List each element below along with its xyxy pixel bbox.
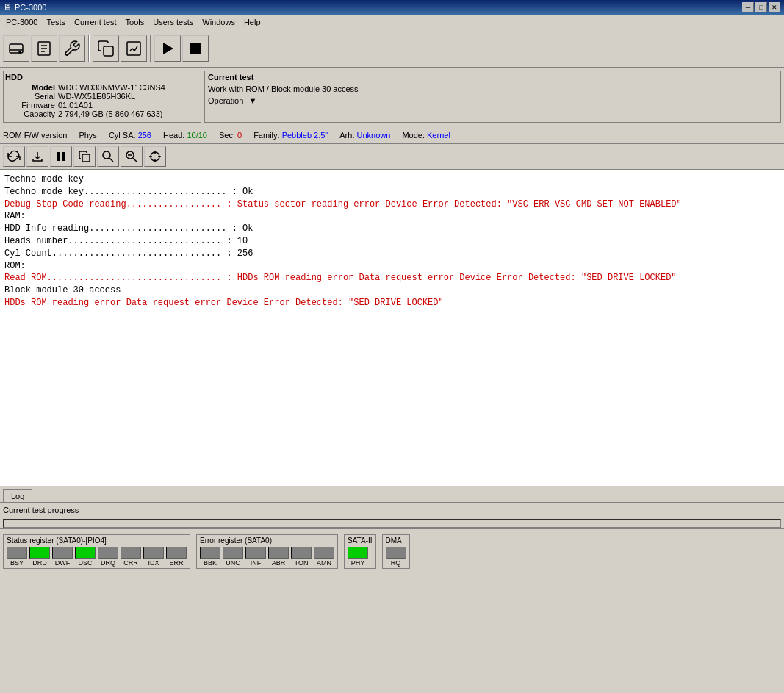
reg-label-unc: UNC [226, 559, 240, 567]
head-value: 10/10 [187, 131, 207, 140]
menu-users-tests[interactable]: Users tests [148, 16, 198, 28]
led-amn [314, 547, 334, 559]
error-register-items: BBKUNCINFABRTONAMN [200, 547, 334, 567]
toolbar-sep1 [88, 35, 90, 62]
crosshair-btn[interactable] [144, 146, 166, 167]
family-value: Pebbleb 2.5" [282, 131, 328, 140]
svg-point-2 [19, 51, 21, 53]
led-idx [143, 547, 164, 559]
menu-current-test[interactable]: Current test [70, 16, 121, 28]
hdd-firmware-row: Firmware 01.01A01 [11, 101, 199, 109]
max-btn[interactable]: □ [755, 2, 767, 12]
title-text: PC-3000 [15, 3, 46, 12]
firmware-value: 01.01A01 [58, 101, 93, 109]
hdd-toolbar-btn[interactable] [3, 35, 29, 62]
toolbar-sep2 [150, 35, 151, 62]
min-btn[interactable]: ─ [742, 2, 754, 12]
status-register-items: BSYDRDDWFDSCDRQCRRIDXERR [7, 547, 187, 567]
reg-label-err: ERR [169, 559, 183, 567]
led-drq [98, 547, 118, 559]
task-toolbar-btn[interactable] [31, 35, 57, 62]
hdd-info-panel: HDD Model WDC WD30NMVW-11C3NS4 Serial WD… [3, 71, 201, 123]
led-dwf [52, 547, 73, 559]
menu-tests[interactable]: Tests [42, 16, 70, 28]
dma-items: RQ [386, 547, 406, 567]
reg-label-crr: CRR [123, 559, 138, 567]
reg-label-idx: IDX [148, 559, 159, 567]
svg-rect-10 [190, 43, 201, 54]
reg-label-amn: AMN [317, 559, 331, 567]
svg-rect-7 [104, 46, 113, 56]
menu-tools[interactable]: Tools [121, 16, 149, 28]
log-area[interactable]: Techno mode keyTechno mode key..........… [0, 170, 784, 486]
led-ton [291, 547, 312, 559]
svg-rect-12 [62, 152, 65, 161]
log-line: Heads number............................… [4, 235, 780, 248]
register-item-bbk: BBK [200, 547, 220, 567]
main-toolbar [0, 29, 784, 68]
reg-label-rq: RQ [391, 559, 401, 567]
status-register-group: Status register (SATA0)-[PIO4] BSYDRDDWF… [3, 534, 190, 569]
save-btn[interactable] [26, 146, 48, 167]
arh-group: Arh: Unknown [339, 131, 390, 140]
copy-toolbar-btn[interactable] [93, 35, 119, 62]
register-item-rq: RQ [386, 547, 406, 567]
dma-group: DMA RQ [382, 534, 410, 569]
model-value: WDC WD30NMVW-11C3NS4 [58, 83, 165, 92]
stop-toolbar-btn[interactable] [182, 35, 209, 62]
register-item-dwf: DWF [52, 547, 73, 567]
pause-btn[interactable] [50, 146, 72, 167]
reg-label-dwf: DWF [55, 559, 71, 567]
log-tab[interactable]: Log [3, 489, 32, 502]
svg-line-17 [133, 158, 137, 162]
search2-btn[interactable] [121, 146, 143, 167]
search-btn[interactable] [97, 146, 119, 167]
sec-value: 0 [237, 131, 242, 140]
duplicate-btn[interactable] [73, 146, 96, 167]
cyl-sa-value: 256 [138, 131, 151, 140]
tool-toolbar-btn[interactable] [59, 35, 85, 62]
mode-value: Kernel [427, 131, 450, 140]
reg-label-drd: DRD [32, 559, 47, 567]
reg-label-drq: DRQ [101, 559, 115, 567]
chart-toolbar-btn[interactable] [121, 35, 147, 62]
hdd-model-row: Model WDC WD30NMVW-11C3NS4 [11, 83, 199, 92]
current-test-name: Work with ROM / Block module 30 access [208, 85, 777, 93]
error-register-title: Error register (SATA0) [200, 536, 334, 545]
current-test-title: Current test [208, 73, 777, 82]
serial-value: WD-WX51E85H36KL [58, 92, 135, 101]
led-dsc [75, 547, 96, 559]
register-item-crr: CRR [121, 547, 141, 567]
sata-ii-group: SATA-II PHY [344, 534, 376, 569]
register-item-bsy: BSY [7, 547, 27, 567]
progress-label: Current test progress [3, 506, 79, 514]
serial-label: Serial [11, 92, 55, 101]
cyl-sa-group: Cyl SA: 256 [109, 131, 151, 140]
register-item-unc: UNC [223, 547, 243, 567]
title-bar: 🖥 PC-3000 ─ □ ✕ [0, 0, 784, 15]
menu-windows[interactable]: Windows [198, 16, 240, 28]
head-group: Head: 10/10 [163, 131, 207, 140]
play-toolbar-btn[interactable] [154, 35, 181, 62]
capacity-label: Capacity [11, 109, 55, 118]
reg-label-bbk: BBK [204, 559, 217, 567]
dma-title: DMA [386, 536, 406, 545]
svg-rect-13 [82, 154, 90, 162]
progress-bar-container [0, 517, 784, 529]
current-test-progress-bar: Current test progress [0, 503, 784, 517]
sata-ii-items: PHY [348, 547, 373, 567]
hdd-capacity-row: Capacity 2 794,49 GB (5 860 467 633) [11, 109, 199, 118]
led-crr [121, 547, 141, 559]
svg-marker-9 [163, 43, 173, 54]
register-item-amn: AMN [314, 547, 334, 567]
log-line: HDDs ROM reading error Data request erro… [4, 297, 780, 309]
reg-label-inf: INF [251, 559, 262, 567]
status-register-title: Status register (SATA0)-[PIO4] [7, 536, 187, 545]
rom-bar: ROM F/W version Phys Cyl SA: 256 Head: 1… [0, 126, 784, 144]
menu-help[interactable]: Help [240, 16, 265, 28]
menu-pc3000[interactable]: PC-3000 [1, 16, 42, 28]
register-item-idx: IDX [143, 547, 164, 567]
refresh-btn[interactable] [3, 146, 25, 167]
close-btn[interactable]: ✕ [769, 2, 780, 12]
reg-label-abr: ABR [272, 559, 286, 567]
